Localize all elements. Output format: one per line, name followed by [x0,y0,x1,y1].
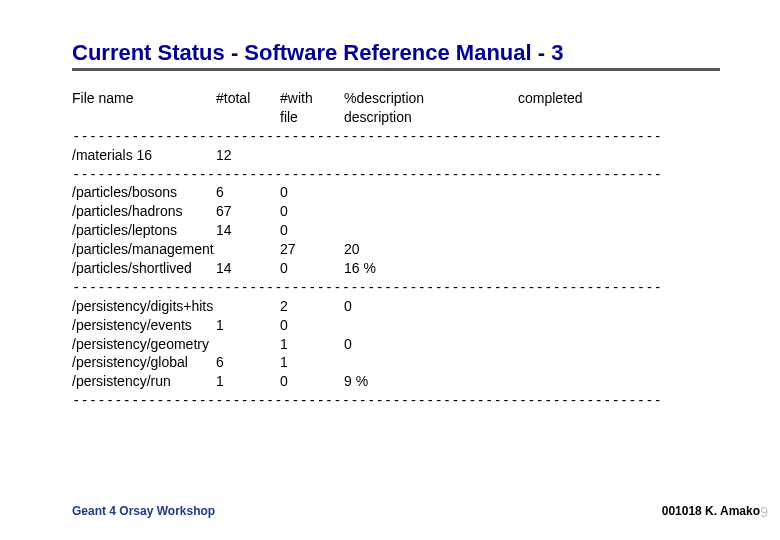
cell-desc [344,353,514,372]
cell-total: 6 [216,353,276,372]
table-row: /particles/leptons140 [72,221,720,240]
table-row: /particles/management2720 [72,240,720,259]
cell-filename: /particles/bosons [72,183,212,202]
cell-total: 14 [216,221,276,240]
cell-desc [344,221,514,240]
table-row: /particles/bosons60 [72,183,720,202]
cell-completed [518,259,638,278]
slide-body: File name #total #with file %description… [72,89,720,410]
cell-with: 0 [280,316,340,335]
separator: ----------------------------------------… [72,391,662,410]
cell-total: 12 [216,146,276,165]
cell-desc: 9 % [344,372,514,391]
footer-right: 001018 K. Amako [662,504,760,518]
cell-filename: /persistency/geometry [72,335,212,354]
cell-with: 27 [280,240,340,259]
cell-total: 67 [216,202,276,221]
table-row: /persistency/digits+hits20 [72,297,720,316]
cell-with: 0 [280,372,340,391]
cell-total: 1 [216,372,276,391]
cell-with [280,146,340,165]
table-row: /persistency/global61 [72,353,720,372]
cell-completed [518,183,638,202]
separator: ----------------------------------------… [72,278,662,297]
cell-completed [518,297,638,316]
cell-total [216,240,276,259]
cell-filename: /materials 16 [72,146,212,165]
col-with: #with file [280,89,340,127]
cell-with: 1 [280,335,340,354]
cell-total [216,297,276,316]
cell-desc: 0 [344,297,514,316]
table-row: /persistency/geometry10 [72,335,720,354]
col-total: #total [216,89,276,127]
cell-with: 2 [280,297,340,316]
table-row: /persistency/events10 [72,316,720,335]
slide-title: Current Status - Software Reference Manu… [72,40,720,71]
cell-with: 0 [280,202,340,221]
cell-filename: /persistency/digits+hits [72,297,212,316]
cell-desc [344,183,514,202]
cell-total: 1 [216,316,276,335]
table-row: /particles/hadrons670 [72,202,720,221]
cell-filename: /particles/shortlived [72,259,212,278]
cell-with: 1 [280,353,340,372]
table-header-row: File name #total #with file %description… [72,89,720,127]
table-row: /persistency/run109 % [72,372,720,391]
footer-left: Geant 4 Orsay Workshop [72,504,215,518]
cell-with: 0 [280,259,340,278]
separator: ----------------------------------------… [72,127,662,146]
cell-completed [518,335,638,354]
cell-completed [518,202,638,221]
cell-completed [518,240,638,259]
separator: ----------------------------------------… [72,165,662,184]
cell-total: 14 [216,259,276,278]
cell-completed [518,146,638,165]
cell-filename: /persistency/global [72,353,212,372]
cell-completed [518,316,638,335]
cell-total: 6 [216,183,276,202]
cell-filename: /particles/management [72,240,212,259]
cell-completed [518,372,638,391]
cell-with: 0 [280,183,340,202]
cell-filename: /persistency/events [72,316,212,335]
cell-desc [344,146,514,165]
cell-with: 0 [280,221,340,240]
col-filename: File name [72,89,212,127]
footer: Geant 4 Orsay Workshop 001018 K. Amako [72,504,760,518]
cell-desc: 16 % [344,259,514,278]
cell-total [216,335,276,354]
col-desc: %description description [344,89,514,127]
cell-filename: /particles/hadrons [72,202,212,221]
cell-completed [518,221,638,240]
cell-desc [344,202,514,221]
cell-filename: /particles/leptons [72,221,212,240]
cell-desc [344,316,514,335]
cell-filename: /persistency/run [72,372,212,391]
table-row: /particles/shortlived14016 % [72,259,720,278]
table-row: /materials 1612 [72,146,720,165]
cell-completed [518,353,638,372]
col-completed: completed [518,89,638,127]
cell-desc: 0 [344,335,514,354]
page-number: 9 [760,504,768,520]
cell-desc: 20 [344,240,514,259]
